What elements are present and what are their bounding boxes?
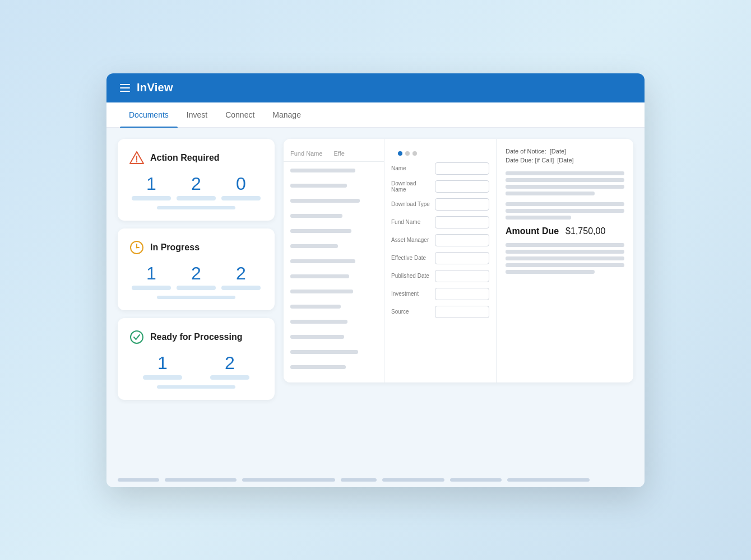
action-number-2: 2 [174,175,219,200]
app-logo: InView [137,81,173,94]
logo-prefix: In [137,81,147,94]
form-section: Name Download Name Download Type Fund Na… [384,139,497,382]
table-header: Fund Name Effe [284,146,384,162]
action-required-numbers: 1 2 0 [129,175,263,200]
table-section: Fund Name Effe [284,139,384,382]
table-row[interactable] [284,255,384,270]
nav-invest[interactable]: Invest [178,102,216,127]
detail-lines-top [506,171,624,195]
ready-number-2: 2 [196,354,263,380]
progress-number-3: 2 [219,264,263,290]
table-row[interactable] [284,300,384,315]
in-progress-card[interactable]: In Progress 1 2 2 [118,228,275,310]
in-progress-title: In Progress [150,242,200,253]
nav-connect[interactable]: Connect [216,102,263,127]
date-of-notice-row: Date of Notice: [Date] [506,148,624,155]
table-row[interactable] [284,164,384,179]
content-line [506,178,624,182]
svg-point-1 [136,161,137,162]
input-name[interactable] [435,162,489,175]
ready-footer-line [157,385,235,389]
action-footer-line [157,206,235,209]
label-effective-date: Effective Date [391,255,430,261]
nav-manage[interactable]: Manage [263,102,310,127]
table-row[interactable] [284,179,384,194]
progress-number-1: 1 [129,264,174,290]
content-line [506,209,624,213]
main-nav: Documents Invest Connect Manage [106,102,645,128]
label-published-date: Published Date [391,273,430,279]
dot-3[interactable] [412,151,417,156]
right-panel: Fund Name Effe [284,139,633,382]
date-of-notice-label: Date of Notice: [506,148,546,155]
check-circle-icon [129,329,145,345]
progress-label-3 [221,286,261,290]
label-download-type: Download Type [391,201,430,207]
detail-lines-mid [506,202,624,220]
app-header: InView [106,73,645,102]
progress-label-2 [177,286,216,290]
card-header-action: Action Required [129,150,263,166]
content-line [506,185,624,189]
col-fund-name: Fund Name [290,150,334,157]
content-line [506,243,624,247]
ready-label-2 [210,375,249,380]
content-line [506,216,571,220]
dot-1[interactable] [398,151,402,156]
progress-footer-line [157,296,235,299]
ready-title: Ready for Processing [150,332,243,342]
input-fund-name[interactable] [435,216,489,228]
input-effective-date[interactable] [435,252,489,264]
left-panel: Action Required 1 2 0 [118,139,275,400]
label-asset-manager: Asset Manager [391,237,430,243]
action-required-card[interactable]: Action Required 1 2 0 [118,139,275,221]
table-row[interactable] [284,270,384,285]
detail-section: Date of Notice: [Date] Date Due: [if Cal… [497,139,633,382]
input-source[interactable] [435,306,489,318]
table-row[interactable] [284,240,384,255]
hamburger-menu[interactable] [120,84,130,92]
dot-2[interactable] [405,151,410,156]
table-row[interactable] [284,225,384,240]
input-published-date[interactable] [435,270,489,282]
input-investment[interactable] [435,288,489,300]
table-row[interactable] [284,361,384,376]
table-row[interactable] [284,209,384,225]
content-line [506,250,624,254]
form-field-source: Source [391,306,489,318]
svg-point-5 [136,246,138,248]
content-line [506,192,595,195]
form-field-effective-date: Effective Date [391,252,489,264]
detail-lines-bottom [506,243,624,274]
action-required-title: Action Required [150,153,220,163]
col-effe: Effe [334,150,378,157]
action-label-2 [177,196,216,200]
amount-due-label: Amount Due [506,226,559,236]
ready-card[interactable]: Ready for Processing 1 2 [118,318,275,400]
bottom-strip [106,475,645,487]
logo-suffix: View [147,81,173,94]
svg-point-6 [131,331,143,343]
bottom-lines [118,478,633,482]
table-row[interactable] [284,285,384,300]
table-row[interactable] [284,315,384,330]
nav-documents[interactable]: Documents [120,102,178,127]
ready-label-1 [143,375,182,380]
in-progress-numbers: 1 2 2 [129,264,263,290]
input-download-type[interactable] [435,198,489,211]
form-field-asset-manager: Asset Manager [391,234,489,246]
browser-window: InView Documents Invest Connect Manage [106,73,645,487]
card-header-progress: In Progress [129,240,263,255]
form-field-download-name: Download Name [391,180,489,193]
bottom-line [341,478,377,482]
date-due-row: Date Due: [if Call] [Date] [506,157,624,164]
form-field-published-date: Published Date [391,270,489,282]
table-row[interactable] [284,346,384,361]
input-download-name[interactable] [435,180,489,193]
input-asset-manager[interactable] [435,234,489,246]
table-row[interactable] [284,330,384,346]
date-due-label: Date Due: [if Call] [506,157,554,164]
alert-icon [129,150,145,166]
table-row[interactable] [284,194,384,209]
bottom-line [450,478,502,482]
